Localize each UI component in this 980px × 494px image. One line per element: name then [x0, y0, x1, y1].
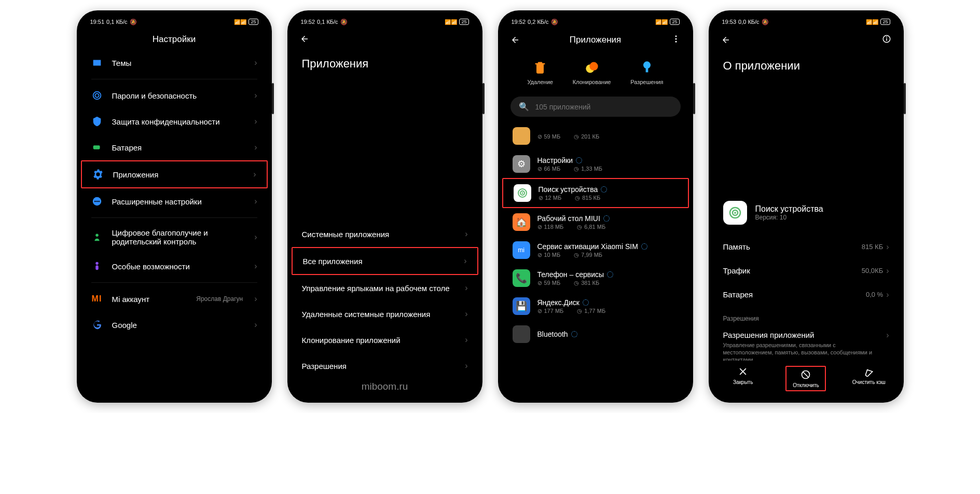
svg-point-1	[93, 92, 101, 100]
chevron-right-icon: ›	[254, 294, 257, 304]
app-name-text: Поиск устройства	[539, 185, 598, 194]
app-row-bluetooth[interactable]: Bluetooth	[502, 320, 689, 348]
detail-list: Память 815 КБ › Трафик 50,0КБ › Батарея …	[713, 235, 900, 361]
row-label: Разрешения	[302, 362, 456, 371]
row-system-apps[interactable]: Системные приложения ›	[292, 221, 478, 247]
page-title: Приложения	[530, 35, 661, 45]
sync-icon	[601, 186, 607, 193]
row-battery[interactable]: Батарея 0,0 % ›	[713, 283, 900, 307]
row-privacy[interactable]: Защита конфиденциальности ›	[81, 108, 268, 134]
app-name-text: Bluetooth	[537, 330, 568, 338]
row-traffic[interactable]: Трафик 50,0КБ ›	[713, 259, 900, 283]
row-clone-apps[interactable]: Клонирование приложений ›	[292, 327, 478, 353]
app-row-miui-home[interactable]: 🏠 Рабочий стол MIUI ⊘ 118 МБ ◷ 6,81 МБ	[502, 208, 689, 236]
svg-point-26	[734, 212, 736, 214]
action-close[interactable]: Закрыть	[725, 366, 761, 391]
sync-icon	[641, 243, 647, 250]
signal-icon: 📶📶	[866, 19, 878, 25]
chip-clone[interactable]: Клонирование	[573, 60, 611, 85]
wellbeing-icon	[91, 231, 103, 243]
row-advanced[interactable]: Расширенные настройки ›	[81, 188, 268, 214]
search-input[interactable]	[534, 102, 672, 112]
clear-cache-icon	[863, 366, 875, 377]
chip-delete[interactable]: Удаление	[527, 60, 553, 85]
phone-apps-menu: 19:52 0,1 КБ/с 🔕 📶📶 25 Приложения Систем…	[287, 10, 482, 403]
app-row-yandex-disk[interactable]: 💾 Яндекс.Диск ⊘ 177 МБ ◷ 1,77 МБ	[502, 292, 689, 320]
chip-label: Разрешения	[630, 79, 663, 85]
app-row-settings[interactable]: ⚙ Настройки ⊘ 66 МБ ◷ 1,33 МБ	[502, 150, 689, 178]
apps-menu-list: Системные приложения › Все приложения › …	[292, 221, 478, 375]
status-time: 19:52	[512, 19, 526, 25]
status-bar: 19:52 0,2 КБ/с 🔕 📶📶 25	[502, 15, 689, 29]
svg-rect-22	[886, 38, 887, 41]
row-label: Особые возможности	[112, 262, 245, 271]
row-memory[interactable]: Память 815 КБ ›	[713, 235, 900, 259]
phone-app-detail: 19:53 0,0 КБ/с 🔕 📶📶 25 О приложении Поис…	[709, 10, 904, 403]
action-label: Отключить	[793, 382, 819, 388]
row-shortcuts[interactable]: Управление ярлыками на рабочем столе ›	[292, 275, 478, 301]
row-all-apps[interactable]: Все приложения ›	[292, 247, 478, 275]
status-bar: 19:52 0,1 КБ/с 🔕 📶📶 25	[292, 15, 478, 29]
chevron-right-icon: ›	[886, 266, 889, 276]
row-app-permissions[interactable]: Разрешения приложений Управление разреше…	[713, 325, 900, 361]
close-icon	[737, 366, 749, 377]
status-bar: 19:53 0,0 КБ/с 🔕 📶📶 25	[713, 15, 900, 29]
status-speed: 0,0 КБ/с	[738, 19, 760, 25]
app-row[interactable]: ⊘ 59 МБ ◷ 201 КБ	[502, 122, 689, 150]
mute-icon: 🔕	[762, 19, 769, 25]
row-passwords[interactable]: Пароли и безопасность ›	[81, 83, 268, 108]
more-button[interactable]	[671, 34, 681, 46]
row-value: Ярослав Драгун	[196, 295, 243, 303]
row-accessibility[interactable]: Особые возможности ›	[81, 253, 268, 279]
app-row-find-device[interactable]: Поиск устройства ⊘ 12 МБ ◷ 815 КБ	[502, 178, 689, 208]
status-speed: 0,2 КБ/с	[528, 19, 549, 25]
row-label: Системные приложения	[302, 230, 456, 239]
screen-settings: 19:51 0,1 КБ/с 🔕 📶📶 25 Настройки Темы › …	[81, 15, 268, 399]
row-permissions[interactable]: Разрешения ›	[292, 353, 478, 375]
chevron-right-icon: ›	[886, 290, 889, 299]
app-row-sim-activation[interactable]: mi Сервис активации Xiaomi SIM ⊘ 10 МБ ◷…	[502, 236, 689, 264]
phone-settings: 19:51 0,1 КБ/с 🔕 📶📶 25 Настройки Темы › …	[77, 10, 272, 403]
search-box[interactable]: 🔍	[510, 97, 681, 117]
row-themes[interactable]: Темы ›	[81, 50, 268, 76]
svg-point-13	[675, 41, 677, 43]
row-label: Батарея	[723, 290, 866, 299]
back-button[interactable]	[510, 35, 520, 45]
app-name-text: Яндекс.Диск	[537, 298, 579, 307]
sync-icon	[607, 271, 613, 278]
row-deleted-apps[interactable]: Удаленные системные приложения ›	[292, 301, 478, 327]
chevron-right-icon: ›	[254, 143, 257, 152]
clock-icon: ◷ 201 КБ	[574, 133, 599, 140]
row-google[interactable]: Google ›	[81, 312, 268, 338]
status-speed: 0,1 КБ/с	[317, 19, 338, 25]
dots-icon	[91, 196, 103, 207]
info-button[interactable]	[882, 34, 891, 46]
app-icon	[723, 201, 747, 225]
sync-icon	[576, 157, 582, 163]
watermark: miboom.ru	[292, 375, 478, 399]
chevron-right-icon: ›	[254, 262, 257, 271]
row-apps[interactable]: Приложения ›	[81, 160, 268, 188]
row-wellbeing[interactable]: Цифровое благополучие и родительский кон…	[81, 221, 268, 253]
action-clear-cache[interactable]: Очистить кэш	[851, 366, 887, 391]
row-battery[interactable]: Батарея ›	[81, 134, 268, 160]
action-label: Закрыть	[733, 379, 753, 385]
back-button[interactable]	[721, 35, 730, 45]
app-icon: 💾	[513, 297, 530, 315]
section-permissions: Разрешения	[713, 307, 900, 325]
row-value: 0,0 %	[866, 291, 883, 298]
row-mi-account[interactable]: MI Mi аккаунт Ярослав Драгун ›	[81, 286, 268, 312]
page-title: Приложения	[292, 57, 478, 221]
action-chips: Удаление Клонирование Разрешения	[502, 51, 689, 97]
mute-icon: 🔕	[130, 19, 137, 25]
row-label: Mi аккаунт	[112, 295, 187, 304]
chip-permissions[interactable]: Разрешения	[630, 60, 663, 85]
app-icon: mi	[513, 241, 530, 259]
svg-rect-17	[646, 67, 648, 72]
battery-icon: 25	[459, 19, 468, 25]
app-row-phone-services[interactable]: 📞 Телефон – сервисы ⊘ 59 МБ ◷ 381 КБ	[502, 264, 689, 292]
action-disable[interactable]: Отключить	[785, 366, 826, 391]
svg-point-8	[95, 234, 99, 237]
back-button[interactable]	[300, 34, 309, 44]
fingerprint-icon	[91, 90, 103, 101]
